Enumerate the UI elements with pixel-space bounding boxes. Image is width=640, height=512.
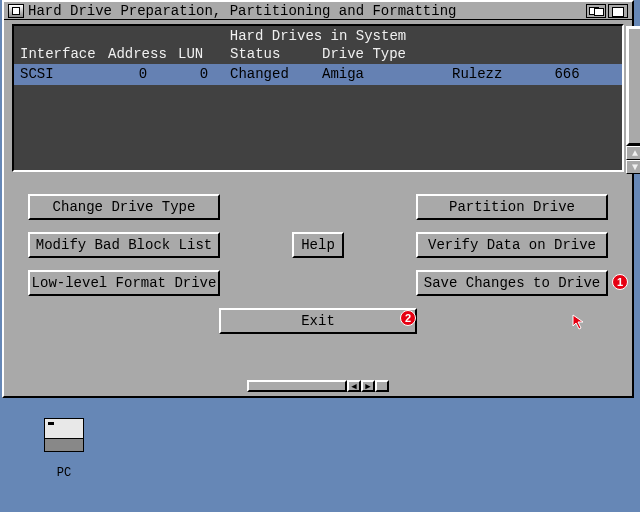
drive-row-selected[interactable]: SCSI 0 0 Changed Amiga Rulezz 666 xyxy=(14,64,622,85)
partition-drive-button[interactable]: Partition Drive xyxy=(416,194,608,220)
hscroll-track[interactable] xyxy=(247,380,347,392)
button-area: Change Drive Type Partition Drive Modify… xyxy=(4,180,632,340)
desktop-drive-icon[interactable]: PC xyxy=(38,418,90,480)
panel-column-headers: Interface Address LUN Status Drive Type xyxy=(14,46,622,64)
exit-button[interactable]: Exit xyxy=(219,308,417,334)
hscroll-right-icon[interactable]: ▶ xyxy=(361,380,375,392)
col-lun: LUN xyxy=(178,46,230,62)
change-drive-type-button[interactable]: Change Drive Type xyxy=(28,194,220,220)
drive-list-panel: Hard Drives in System Interface Address … xyxy=(12,24,624,172)
cell-lun: 0 xyxy=(178,66,230,82)
col-address: Address xyxy=(108,46,178,62)
modify-bad-block-button[interactable]: Modify Bad Block List xyxy=(28,232,220,258)
zoom-gadget[interactable] xyxy=(586,4,606,18)
scrollbar-track[interactable] xyxy=(626,26,640,146)
drive-list-scrollbar[interactable]: ▲ ▼ xyxy=(626,26,640,174)
col-status: Status xyxy=(230,46,322,62)
scroll-down-icon[interactable]: ▼ xyxy=(626,160,640,174)
cell-type2: Rulezz xyxy=(452,66,542,82)
cell-address: 0 xyxy=(108,66,178,82)
titlebar[interactable]: Hard Drive Preparation, Partitioning and… xyxy=(4,2,632,20)
annotation-marker-1: 1 xyxy=(612,274,628,290)
low-level-format-button[interactable]: Low-level Format Drive xyxy=(28,270,220,296)
panel-heading: Hard Drives in System xyxy=(14,26,622,46)
hscroll-end-icon[interactable] xyxy=(375,380,389,392)
verify-data-button[interactable]: Verify Data on Drive xyxy=(416,232,608,258)
cell-num: 666 xyxy=(542,66,592,82)
save-changes-button[interactable]: Save Changes to Drive xyxy=(416,270,608,296)
disk-icon xyxy=(44,418,84,452)
cell-interface: SCSI xyxy=(20,66,108,82)
hscroll-left-icon[interactable]: ◀ xyxy=(347,380,361,392)
horizontal-scrollbar[interactable]: ◀ ▶ xyxy=(4,379,632,393)
annotation-marker-2: 2 xyxy=(400,310,416,326)
cell-status: Changed xyxy=(230,66,322,82)
cell-type1: Amiga xyxy=(322,66,452,82)
close-gadget[interactable] xyxy=(8,4,24,18)
scroll-up-icon[interactable]: ▲ xyxy=(626,146,640,160)
scrollbar-knob[interactable] xyxy=(628,28,640,144)
col-interface: Interface xyxy=(20,46,108,62)
window-title: Hard Drive Preparation, Partitioning and… xyxy=(28,3,586,19)
depth-gadget[interactable] xyxy=(608,4,628,18)
desktop-icon-label: PC xyxy=(38,466,90,480)
main-window: Hard Drive Preparation, Partitioning and… xyxy=(2,0,634,398)
help-button[interactable]: Help xyxy=(292,232,344,258)
col-drivetype: Drive Type xyxy=(322,46,452,62)
